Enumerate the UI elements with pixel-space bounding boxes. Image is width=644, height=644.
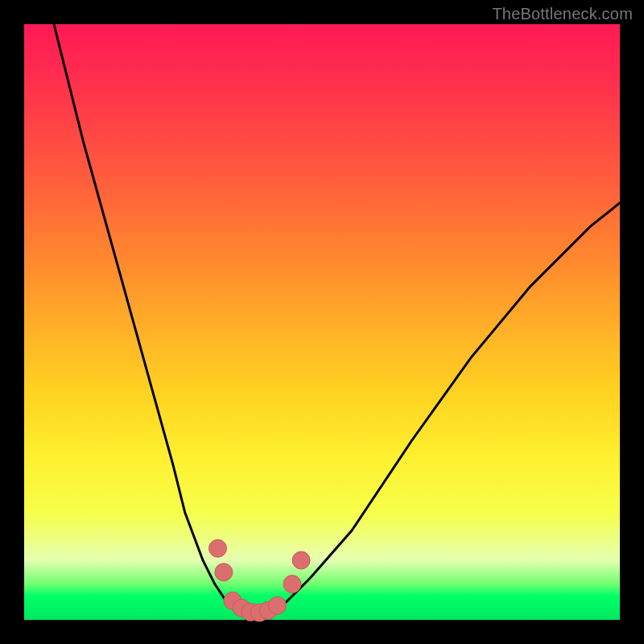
marker-group xyxy=(209,539,311,621)
watermark-text: TheBottleneck.com xyxy=(492,5,633,23)
marker-left-lower xyxy=(215,564,233,581)
bottleneck-curve xyxy=(54,24,620,614)
curve-svg xyxy=(24,24,620,620)
plot-area xyxy=(24,24,620,620)
marker-right-lower xyxy=(283,576,301,593)
marker-valley-6 xyxy=(269,597,287,614)
marker-left-upper xyxy=(209,539,227,557)
marker-right-upper xyxy=(292,551,310,569)
chart-frame: TheBottleneck.com xyxy=(0,0,644,644)
